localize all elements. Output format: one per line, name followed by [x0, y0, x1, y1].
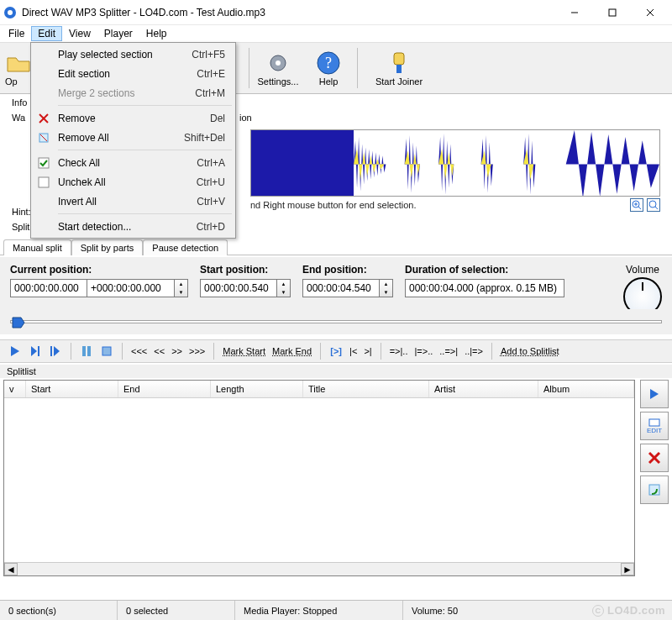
mark-end-button[interactable]: Mark End	[270, 346, 313, 356]
goto-end-button[interactable]: >|	[362, 346, 373, 356]
transport-separator	[320, 343, 321, 360]
side-clear-button[interactable]	[640, 476, 669, 504]
menu-view[interactable]: View	[62, 26, 97, 41]
menu-remove-all[interactable]: Remove All Shift+Del	[33, 128, 234, 147]
playback-slider[interactable]	[10, 320, 662, 323]
start-position-value[interactable]: 000:00:00.540	[200, 279, 277, 297]
app-icon	[3, 6, 17, 19]
menu-start-detection[interactable]: Start detection... Ctrl+D	[33, 217, 234, 236]
folder-open-icon	[5, 50, 32, 76]
info-tab-partial[interactable]: Info	[12, 97, 27, 108]
col-start[interactable]: Start	[26, 381, 118, 397]
help-icon: ?	[315, 50, 342, 76]
menu-uncheck-all[interactable]: Unchek All Ctrl+U	[33, 172, 234, 192]
scroll-left-icon[interactable]: ◄	[4, 563, 18, 575]
current-position-offset[interactable]: +000:00:00.000	[87, 279, 175, 297]
side-delete-button[interactable]	[640, 444, 669, 472]
svg-rect-26	[50, 346, 52, 356]
transport-separator	[71, 343, 71, 360]
wave-tab-partial[interactable]: Wa	[12, 113, 25, 123]
side-edit-button[interactable]: EDIT	[640, 412, 669, 440]
open-button[interactable]: Op	[0, 44, 29, 92]
maximize-button[interactable]	[593, 1, 631, 24]
tab-pause-detection[interactable]: Pause detection	[143, 239, 228, 255]
blank-icon	[33, 192, 55, 211]
minimize-button[interactable]	[555, 1, 593, 24]
slider-thumb-icon[interactable]	[11, 314, 28, 334]
svg-rect-17	[39, 177, 49, 187]
svg-rect-29	[102, 347, 111, 355]
end-spinner[interactable]: ▲▼	[380, 279, 393, 297]
end-position-value[interactable]: 000:00:04.540	[302, 279, 380, 297]
volume-group: Volume	[623, 264, 662, 316]
close-button[interactable]	[631, 1, 669, 24]
waveform-display[interactable]: 000:00:00.000	[250, 129, 660, 197]
nav-button-2[interactable]: |=>..	[412, 346, 434, 356]
col-length[interactable]: Length	[211, 381, 303, 397]
col-title[interactable]: Title	[303, 381, 429, 397]
zoom-in-button[interactable]	[630, 198, 643, 212]
menu-player[interactable]: Player	[97, 26, 139, 41]
forward-button[interactable]: >>	[170, 346, 184, 356]
nav-button-1[interactable]: =>|..	[388, 346, 410, 356]
menu-bar: File Edit View Player Help	[0, 25, 672, 42]
svg-point-23	[649, 201, 656, 208]
svg-text:?: ?	[325, 55, 332, 71]
mark-start-button[interactable]: Mark Start	[221, 346, 267, 356]
menu-play-selected[interactable]: Play selected section Ctrl+F5	[33, 45, 234, 64]
current-position-label: Current position:	[10, 264, 188, 276]
split-label-partial: Split	[12, 222, 29, 232]
col-v[interactable]: v	[4, 381, 26, 397]
zoom-fit-button[interactable]	[647, 198, 660, 212]
forward-fast-button[interactable]: >>>	[187, 346, 207, 356]
start-joiner-button[interactable]: Start Joiner	[361, 44, 437, 92]
splitlist-grid[interactable]: v Start End Length Title Artist Album ◄ …	[3, 380, 635, 576]
svg-rect-3	[609, 9, 616, 16]
svg-point-1	[8, 10, 13, 15]
transport-bar: <<< << >> >>> Mark Start Mark End [>] |<…	[0, 339, 672, 363]
menu-help[interactable]: Help	[139, 26, 174, 41]
detection-tab-partial[interactable]: ion	[239, 113, 252, 123]
transport-separator	[491, 343, 492, 360]
current-spinner[interactable]: ▲▼	[175, 279, 188, 297]
rewind-button[interactable]: <<	[152, 346, 166, 356]
menu-edit[interactable]: Edit	[31, 26, 62, 41]
help-button[interactable]: ? Help	[303, 44, 354, 92]
duration-label: Duration of selection:	[405, 264, 564, 276]
window-title: Direct WAV MP3 Splitter - LO4D.com - Tes…	[22, 7, 555, 18]
col-album[interactable]: Album	[538, 381, 634, 397]
play-from-button[interactable]	[47, 343, 64, 360]
svg-rect-28	[87, 346, 91, 356]
menu-invert-all[interactable]: Invert All Ctrl+V	[33, 192, 234, 211]
menu-check-all[interactable]: Check All Ctrl+A	[33, 153, 234, 172]
rewind-fast-button[interactable]: <<<	[129, 346, 149, 356]
col-artist[interactable]: Artist	[429, 381, 538, 397]
play-selection-button[interactable]	[27, 343, 44, 360]
goto-start-button[interactable]: |<	[348, 346, 359, 356]
play-button[interactable]	[7, 343, 24, 360]
start-spinner[interactable]: ▲▼	[277, 279, 291, 297]
tab-manual-split[interactable]: Manual split	[3, 239, 71, 255]
menu-edit-section[interactable]: Edit section Ctrl+E	[33, 64, 234, 83]
add-to-splitlist-button[interactable]: Add to Splitlist	[499, 346, 561, 356]
col-end[interactable]: End	[118, 381, 211, 397]
current-position-value[interactable]: 000:00:00.000	[10, 279, 87, 297]
tab-split-by-parts[interactable]: Split by parts	[71, 239, 144, 255]
svg-line-20	[638, 207, 641, 209]
menu-remove[interactable]: Remove Del	[33, 108, 234, 128]
pause-button[interactable]	[78, 343, 95, 360]
grid-hscroll[interactable]: ◄ ►	[4, 562, 634, 575]
menu-separator	[58, 150, 232, 150]
svg-rect-25	[38, 346, 39, 356]
side-play-button[interactable]	[640, 380, 669, 408]
scroll-track[interactable]	[18, 563, 621, 575]
goto-selection-button[interactable]: [>]	[328, 343, 344, 360]
nav-button-3[interactable]: ..=>|	[438, 346, 459, 356]
settings-button[interactable]: Settings...	[253, 44, 303, 92]
scroll-right-icon[interactable]: ►	[621, 563, 634, 575]
nav-button-4[interactable]: ..|=>	[463, 346, 485, 356]
transport-separator	[213, 343, 214, 360]
grid-header: v Start End Length Title Artist Album	[4, 381, 634, 398]
menu-file[interactable]: File	[2, 26, 31, 41]
stop-button[interactable]	[98, 343, 115, 360]
